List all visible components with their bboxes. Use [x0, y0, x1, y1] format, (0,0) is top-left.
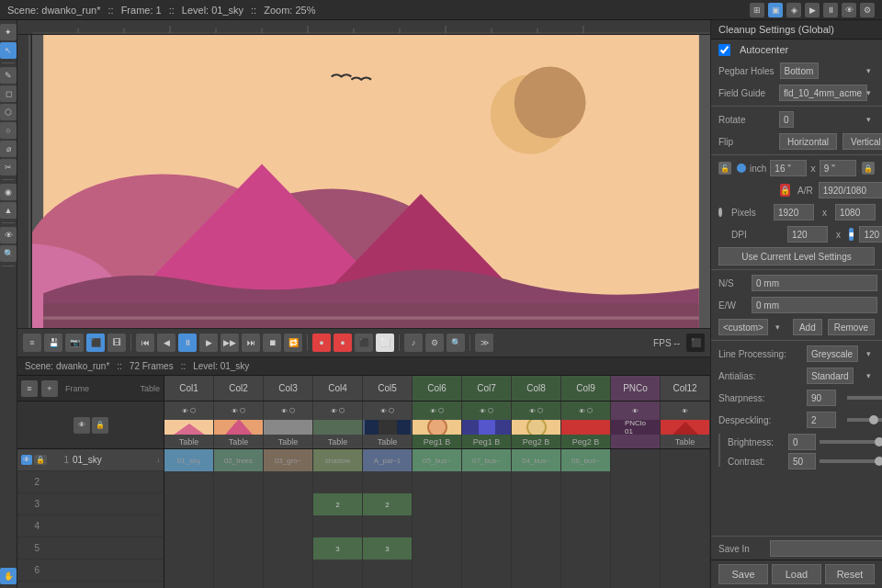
black-btn[interactable]: ⬛	[355, 334, 373, 352]
cell-2-6[interactable]	[413, 471, 462, 493]
col-thumb-7[interactable]: 👁 ⬡ Peg1 B	[462, 401, 512, 448]
size-lock-left[interactable]: 🔓	[718, 162, 731, 175]
rotate-select[interactable]: 0	[779, 111, 794, 128]
cell-3-3[interactable]	[264, 493, 313, 515]
tool-fill[interactable]: ◉	[0, 184, 17, 200]
cell-3-8[interactable]	[512, 493, 561, 515]
tool-hand[interactable]: ✋	[0, 568, 17, 584]
cell-5-10[interactable]	[611, 537, 661, 560]
inch-width-input[interactable]	[770, 160, 807, 176]
cell-4-8[interactable]	[512, 515, 561, 537]
pixels-radio[interactable]	[718, 208, 722, 217]
cell-2-7[interactable]	[462, 471, 512, 493]
ew-input[interactable]	[752, 297, 877, 313]
cell-4-4[interactable]	[313, 515, 363, 537]
cell-1-2[interactable]: 02_trees	[214, 449, 264, 471]
tool-circle[interactable]: ○	[0, 122, 17, 139]
play-btn[interactable]: ▶	[199, 334, 218, 352]
sharpness-input[interactable]	[807, 390, 836, 406]
cell-4-9[interactable]	[561, 515, 611, 537]
despeckling-slider[interactable]	[847, 418, 882, 422]
cell-7-11[interactable]	[661, 582, 710, 588]
cell-1-3[interactable]: 03_gro~	[264, 449, 313, 471]
col-thumb-3[interactable]: 👁 ⬡ Table	[264, 401, 313, 448]
tool-select[interactable]: ↖	[0, 42, 17, 59]
preset-select[interactable]: <custom>	[718, 319, 768, 335]
col-header-6[interactable]: Col6	[413, 376, 462, 401]
cell-7-9[interactable]	[561, 582, 611, 588]
col-header-8[interactable]: Col8	[512, 376, 561, 401]
cell-6-10[interactable]	[611, 560, 661, 582]
contrast-slider[interactable]	[820, 459, 882, 463]
col-header-pnco[interactable]: PNCo	[611, 376, 661, 401]
cell-2-5[interactable]	[363, 471, 413, 493]
save-btn-ctrl[interactable]: 💾	[44, 334, 62, 352]
reset-btn[interactable]: Reset	[825, 564, 875, 584]
snapshot-btn[interactable]: 📷	[65, 334, 84, 352]
col-header-12[interactable]: Col12	[661, 376, 710, 401]
remove-preset-btn[interactable]: Remove	[828, 319, 875, 335]
cell-1-6[interactable]: 05_bus~	[413, 449, 462, 471]
cell-6-6[interactable]	[413, 560, 462, 582]
col-header-9[interactable]: Col9	[561, 376, 611, 401]
cell-1-9[interactable]: 06_bus~	[561, 449, 611, 471]
eye-toggle[interactable]: 👁	[74, 417, 90, 434]
cell-4-1[interactable]	[164, 515, 214, 537]
vertical-flip-btn[interactable]: Vertical	[842, 133, 882, 150]
col-header-3[interactable]: Col3	[264, 376, 313, 401]
tool-transform[interactable]: ✦	[0, 24, 17, 40]
color-btn1[interactable]: ●	[312, 334, 331, 352]
cell-7-3[interactable]	[264, 582, 313, 588]
sharpness-slider[interactable]	[847, 396, 882, 400]
cell-2-9[interactable]	[561, 471, 611, 493]
col-header-1[interactable]: Col1	[164, 376, 214, 401]
ns-input[interactable]	[752, 275, 877, 291]
pause-icon[interactable]: ⏸	[823, 3, 838, 17]
col-header-5[interactable]: Col5	[363, 376, 413, 401]
cell-7-8[interactable]	[512, 582, 561, 588]
canvas-viewport[interactable]	[32, 35, 710, 328]
cell-3-10[interactable]	[611, 493, 661, 515]
cell-2-11[interactable]	[661, 471, 710, 493]
line-processing-select[interactable]: Greyscale	[807, 345, 858, 362]
ar-lock-btn[interactable]: 🔒	[780, 184, 790, 197]
dpi-input2[interactable]	[859, 226, 882, 243]
cell-4-7[interactable]	[462, 515, 512, 537]
load-btn[interactable]: Load	[772, 564, 821, 584]
col-thumb-5[interactable]: 👁 ⬡ Table	[363, 401, 413, 448]
autocenter-checkbox[interactable]	[718, 44, 730, 56]
pegbar-holes-select[interactable]: Bottom	[780, 62, 819, 79]
tool-poly[interactable]: ⬡	[0, 104, 17, 120]
px-width-input[interactable]	[774, 204, 814, 220]
tool-brush[interactable]: ▲	[0, 202, 17, 219]
cell-5-3[interactable]	[264, 537, 313, 560]
film-btn[interactable]: 🎞	[107, 334, 126, 352]
white-btn[interactable]: ⬜	[376, 334, 394, 352]
col-thumb-6[interactable]: 👁 ⬡ Peg1 B	[413, 401, 462, 448]
tool-eraser[interactable]: ⌀	[0, 141, 17, 157]
cell-3-1[interactable]	[164, 493, 214, 515]
horizontal-flip-btn[interactable]: Horizontal	[779, 133, 837, 150]
col-thumb-12[interactable]: 👁 Table	[661, 401, 710, 448]
dark-btn[interactable]: ⬛	[686, 334, 705, 352]
cell-5-11[interactable]	[661, 537, 710, 560]
cell-6-3[interactable]	[264, 560, 313, 582]
row-lock-1[interactable]: 🔒	[34, 455, 47, 465]
cell-5-5[interactable]: 3	[363, 537, 413, 560]
cell-7-6[interactable]	[413, 582, 462, 588]
cell-5-8[interactable]	[512, 537, 561, 560]
color-preview-swatch[interactable]	[718, 434, 720, 467]
eye-icon[interactable]: 👁	[842, 3, 856, 17]
cell-2-10[interactable]	[611, 471, 661, 493]
tool-draw[interactable]: ✎	[0, 67, 17, 84]
tool-zoom[interactable]: 🔍	[0, 245, 17, 262]
cell-6-8[interactable]	[512, 560, 561, 582]
despeckling-input[interactable]	[807, 412, 836, 428]
loop-btn[interactable]: 🔁	[284, 334, 302, 352]
color-btn2[interactable]: ●	[334, 334, 352, 352]
ar-value-input[interactable]	[819, 182, 882, 198]
cell-7-10[interactable]	[611, 582, 661, 588]
cell-6-11[interactable]	[661, 560, 710, 582]
cell-7-2[interactable]	[214, 582, 264, 588]
cell-5-2[interactable]	[214, 537, 264, 560]
